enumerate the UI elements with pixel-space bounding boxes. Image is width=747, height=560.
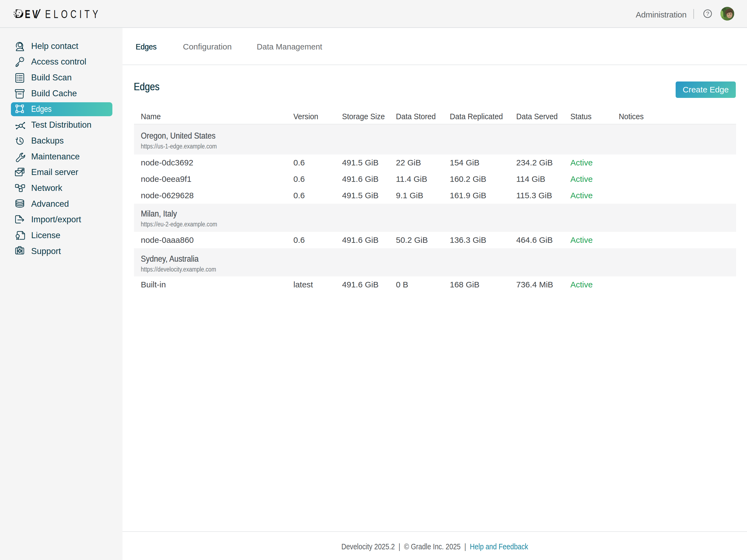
svg-text:?: ? (706, 10, 709, 17)
svg-text:EV: EV (25, 8, 40, 21)
svg-text:ELOCITY: ELOCITY (45, 8, 101, 21)
